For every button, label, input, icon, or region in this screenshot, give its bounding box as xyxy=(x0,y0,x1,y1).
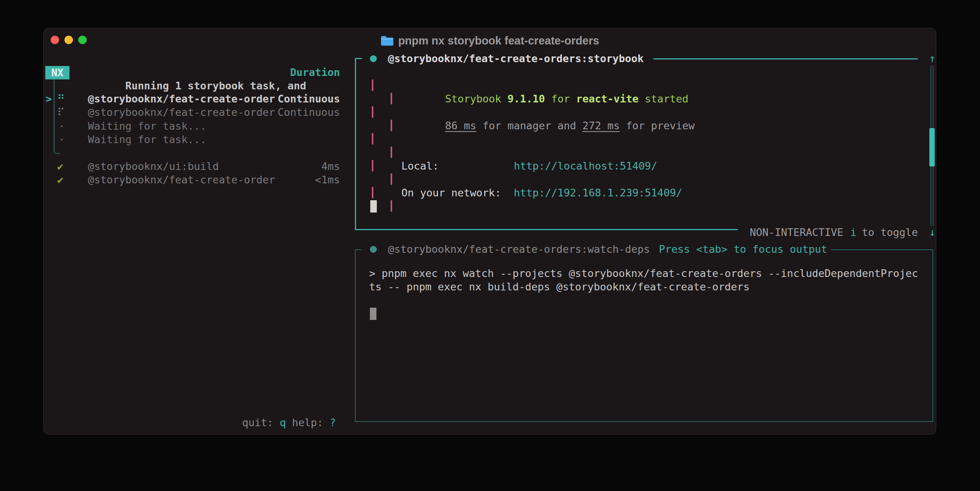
pending-dot-icon: · xyxy=(59,119,65,133)
box-border-bar xyxy=(391,120,392,131)
pane-border-bottom xyxy=(355,421,933,422)
command-line: > pnpm exec nx watch --projects @storybo… xyxy=(369,267,918,280)
pane-status-dot xyxy=(370,55,377,62)
local-label: Local: xyxy=(401,159,439,173)
folder-icon xyxy=(381,35,394,46)
box-border-bar xyxy=(372,79,373,91)
pane-status-dot xyxy=(370,246,377,253)
pane-header-line xyxy=(653,58,918,59)
box-border-bar xyxy=(372,106,373,118)
box-border-bar xyxy=(372,133,373,145)
terminal-cursor xyxy=(370,308,376,320)
screen: pnpm nx storybook feat-create-orders NX … xyxy=(0,0,980,491)
pane-border-left xyxy=(355,249,356,422)
window-title: pnpm nx storybook feat-create-orders xyxy=(398,35,599,47)
terminal-window: pnpm nx storybook feat-create-orders NX … xyxy=(43,28,936,435)
builder-name: react-vite xyxy=(576,93,638,105)
task-status: Continuous xyxy=(269,92,340,105)
selection-pointer: > xyxy=(46,92,52,105)
command-line: ts -- pnpm exec nx build-deps @storybook… xyxy=(369,280,750,293)
box-border-bar xyxy=(372,187,373,198)
pending-dot-icon: · xyxy=(59,133,65,146)
pane-border-top-stub xyxy=(355,58,362,59)
timing-suffix-text: for preview xyxy=(620,120,695,132)
pane-border-top-right xyxy=(831,249,933,250)
local-url-link[interactable]: http://localhost:51409/ xyxy=(514,159,657,173)
scrollbar-thumb[interactable] xyxy=(929,128,935,166)
box-border-bar xyxy=(391,147,392,158)
started-word: started xyxy=(638,93,688,105)
quit-label: quit: xyxy=(242,416,273,429)
pane-title: @storybooknx/feat-create-orders:watch-de… xyxy=(388,242,650,256)
titlebar: pnpm nx storybook feat-create-orders xyxy=(44,34,936,48)
terminal-cursor xyxy=(370,200,377,213)
duration-column-header: Duration xyxy=(269,66,340,79)
toggle-key: i xyxy=(850,226,856,239)
toggle-suffix: to toggle xyxy=(862,226,918,239)
noninteractive-label: NON-INTERACTIVE xyxy=(750,226,843,239)
scroll-up-icon[interactable]: ↑ xyxy=(926,52,936,65)
check-icon: ✔ xyxy=(57,160,63,173)
task-name: @storybooknx/feat-create-order xyxy=(88,105,275,119)
task-status: Continuous xyxy=(269,105,340,119)
task-duration: <1ms xyxy=(269,173,340,186)
task-name: @storybooknx/ui:build xyxy=(88,160,219,173)
scroll-down-icon[interactable]: ↓ xyxy=(926,226,936,239)
preview-time: 272 ms xyxy=(582,120,620,132)
tasklist-header-text: Running 1 storybook task, and xyxy=(125,80,306,92)
pane-border-left xyxy=(355,58,356,230)
task-duration: 4ms xyxy=(269,160,340,173)
storybook-version: 9.1.10 xyxy=(508,93,545,105)
timing-mid-text: for manager and xyxy=(476,120,582,132)
box-border-bar xyxy=(391,173,392,185)
box-border-bar xyxy=(391,93,392,104)
check-icon: ✔ xyxy=(57,173,63,186)
pane-border-top-stub xyxy=(355,249,361,250)
pane-title: @storybooknx/feat-create-orders:storyboo… xyxy=(388,52,643,65)
spinner-icon: ⠛ xyxy=(57,92,65,105)
nx-logo: NX xyxy=(45,66,69,79)
help-label: help: xyxy=(292,416,323,429)
manager-time: 86 ms xyxy=(445,120,476,132)
focus-hint: Press <tab> to focus output xyxy=(659,242,827,256)
storybook-word: Storybook xyxy=(445,93,508,105)
quit-key: q xyxy=(280,416,286,429)
for-word: for xyxy=(545,93,576,105)
pane-border-right xyxy=(932,249,933,422)
box-border-bar xyxy=(372,160,373,171)
timing-line: 86 ms for manager and 272 ms for preview xyxy=(395,105,695,119)
task-name: Waiting for task... xyxy=(88,119,206,133)
network-label: On your network: xyxy=(401,186,501,199)
task-name: @storybooknx/feat-create-order xyxy=(88,173,275,186)
box-border-bar xyxy=(391,200,392,212)
storybook-started-line: Storybook 9.1.10 for react-vite started xyxy=(395,79,688,92)
task-name: Waiting for task... xyxy=(88,133,206,146)
pane-border-bottom xyxy=(355,229,738,230)
help-key: ? xyxy=(330,416,336,429)
network-url-link[interactable]: http://192.168.1.239:51409/ xyxy=(514,186,682,199)
spinner-icon: ⠏ xyxy=(57,105,65,119)
task-name: @storybooknx/feat-create-order xyxy=(88,92,275,105)
